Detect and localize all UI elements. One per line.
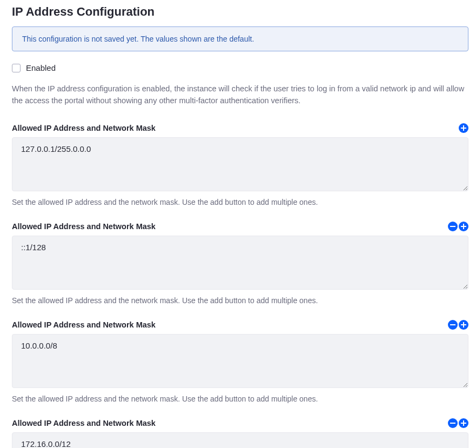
add-button[interactable] — [459, 418, 468, 428]
svg-rect-1 — [450, 324, 455, 325]
ip-field-group: Allowed IP Address and Network Mask Set … — [12, 123, 468, 206]
plus-icon — [460, 420, 467, 426]
page-title: IP Address Configuration — [12, 5, 468, 19]
field-label: Allowed IP Address and Network Mask — [12, 124, 156, 132]
field-header: Allowed IP Address and Network Mask — [12, 123, 468, 133]
enabled-label[interactable]: Enabled — [26, 63, 56, 72]
add-button[interactable] — [459, 123, 468, 133]
plus-icon — [460, 322, 467, 328]
field-header: Allowed IP Address and Network Mask — [12, 320, 468, 330]
field-label: Allowed IP Address and Network Mask — [12, 419, 156, 427]
enabled-checkbox-row: Enabled — [12, 63, 468, 72]
field-actions — [459, 123, 468, 133]
ip-field-group: Allowed IP Address and Network Mask Set … — [12, 320, 468, 403]
ip-field-group: Allowed IP Address and Network Mask Set … — [12, 222, 468, 305]
minus-icon — [450, 420, 456, 426]
svg-rect-0 — [450, 226, 455, 227]
enabled-checkbox[interactable] — [12, 64, 21, 72]
add-button[interactable] — [459, 320, 468, 330]
svg-rect-2 — [450, 423, 455, 424]
field-help: Set the allowed IP address and the netwo… — [12, 394, 468, 403]
plus-icon — [460, 125, 467, 131]
ip-textarea[interactable] — [12, 334, 468, 388]
field-label: Allowed IP Address and Network Mask — [12, 222, 156, 231]
field-actions — [448, 222, 468, 231]
ip-textarea[interactable] — [12, 137, 468, 191]
field-help: Set the allowed IP address and the netwo… — [12, 198, 468, 206]
add-button[interactable] — [459, 222, 468, 231]
minus-icon — [450, 223, 456, 230]
minus-icon — [450, 322, 456, 328]
ip-field-group: Allowed IP Address and Network Mask — [12, 418, 468, 449]
field-help: Set the allowed IP address and the netwo… — [12, 296, 468, 305]
field-header: Allowed IP Address and Network Mask — [12, 222, 468, 231]
enabled-description: When the IP address configuration is ena… — [12, 83, 466, 107]
remove-button[interactable] — [448, 222, 458, 231]
ip-textarea[interactable] — [12, 432, 468, 449]
remove-button[interactable] — [448, 418, 458, 428]
ip-textarea[interactable] — [12, 236, 468, 290]
field-actions — [448, 418, 468, 428]
field-header: Allowed IP Address and Network Mask — [12, 418, 468, 428]
info-banner: This configuration is not saved yet. The… — [12, 26, 468, 51]
plus-icon — [460, 223, 467, 230]
field-label: Allowed IP Address and Network Mask — [12, 320, 156, 329]
remove-button[interactable] — [448, 320, 458, 330]
field-actions — [448, 320, 468, 330]
